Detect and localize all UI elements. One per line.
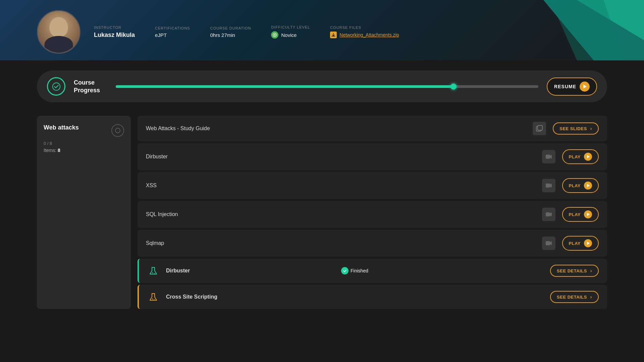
play-small-circle <box>584 182 592 190</box>
module-circle-icon <box>115 127 121 134</box>
instructor-group: INSTRUCTOR Lukasz Mikula <box>94 25 135 39</box>
lesson-name: Dirbuster <box>146 154 535 160</box>
main-content: Course Progress RESUME Web attacks <box>0 64 644 316</box>
slides-icon <box>533 122 546 135</box>
play-small-triangle <box>587 213 590 216</box>
module-title: Web attacks <box>44 124 79 131</box>
progress-track <box>116 85 538 88</box>
play-small-circle <box>584 239 592 247</box>
play-button[interactable]: PLAY <box>562 178 599 193</box>
certifications-value: eJPT <box>155 32 190 38</box>
finished-badge: Finished <box>341 267 368 274</box>
instructor-name: Lukasz Mikula <box>94 32 135 39</box>
progress-track-container[interactable] <box>116 85 538 88</box>
see-slides-button[interactable]: SEE SLIDES › <box>553 122 599 135</box>
video-camera-icon <box>545 183 552 188</box>
play-button[interactable]: PLAY <box>562 207 599 222</box>
duration-value: 0hrs 27min <box>210 32 251 38</box>
lesson-name: SQL Injection <box>146 211 535 217</box>
finished-check-icon <box>341 267 348 274</box>
play-label: PLAY <box>569 212 581 217</box>
progress-label: Course Progress <box>74 79 107 94</box>
svg-rect-15 <box>546 241 550 245</box>
certifications-group: CERTIFICATIONS eJPT <box>155 26 190 38</box>
lab-flask-icon <box>147 291 159 303</box>
play-small-circle <box>584 153 592 161</box>
course-file-link[interactable]: Networking_Attachments.zip <box>330 32 399 38</box>
play-button[interactable]: PLAY <box>562 149 599 164</box>
flask-icon <box>149 292 158 302</box>
play-label: PLAY <box>569 154 581 159</box>
see-details-button[interactable]: SEE DETAILS › <box>550 265 599 277</box>
module-card-header: Web attacks <box>44 124 124 137</box>
module-card: Web attacks 0 / 8 Items: 8 <box>37 116 131 309</box>
see-details-label: SEE DETAILS <box>557 295 587 300</box>
see-details-button[interactable]: SEE DETAILS › <box>550 291 599 303</box>
svg-point-5 <box>52 83 60 90</box>
content-grid: Web attacks 0 / 8 Items: 8 Web Attacks -… <box>37 116 607 309</box>
progress-icon <box>47 77 65 96</box>
files-label: COURSE FILES <box>330 25 399 30</box>
progress-title: Course <box>74 79 107 86</box>
lesson-row: SQL Injection PLAY <box>138 201 607 228</box>
play-label: PLAY <box>569 183 581 188</box>
svg-marker-16 <box>550 241 552 245</box>
progress-section: Course Progress RESUME <box>37 70 607 102</box>
lesson-row: Web Attacks - Study Guide SEE SLIDES › <box>138 116 607 141</box>
difficulty-value: Novice <box>281 32 297 38</box>
progress-dot <box>450 84 457 90</box>
lesson-name: Cross Site Scripting <box>166 294 352 300</box>
slides-copy-icon <box>536 125 543 132</box>
duration-group: COURSE DURATION 0hrs 27min <box>210 26 251 38</box>
svg-marker-14 <box>550 212 552 216</box>
svg-point-6 <box>115 128 120 133</box>
play-small-triangle <box>587 242 590 245</box>
chevron-icon: › <box>590 268 592 273</box>
svg-point-19 <box>154 273 155 274</box>
lesson-name: Web Attacks - Study Guide <box>146 125 526 132</box>
flask-icon <box>149 266 158 275</box>
resume-button[interactable]: RESUME <box>547 77 597 96</box>
play-button[interactable]: PLAY <box>562 236 599 251</box>
checkmark-icon <box>343 269 347 273</box>
play-label: PLAY <box>569 241 581 246</box>
video-camera-icon <box>545 212 552 217</box>
lesson-row: XSS PLAY <box>138 172 607 199</box>
lab-row-css: Cross Site Scripting SEE DETAILS › <box>138 285 607 309</box>
lessons-list: Web Attacks - Study Guide SEE SLIDES › D… <box>138 116 607 309</box>
module-items-count: Items: 8 <box>44 148 124 153</box>
progress-subtitle: Progress <box>74 87 107 94</box>
duration-label: COURSE DURATION <box>210 26 251 30</box>
svg-rect-13 <box>546 212 550 216</box>
lesson-name: Dirbuster <box>166 268 334 274</box>
lesson-name: XSS <box>146 183 535 189</box>
header: INSTRUCTOR Lukasz Mikula CERTIFICATIONS … <box>0 0 644 64</box>
svg-marker-12 <box>550 184 552 188</box>
svg-point-21 <box>152 299 153 300</box>
files-value: Networking_Attachments.zip <box>339 32 399 38</box>
check-circle-icon <box>52 82 61 91</box>
lesson-name: Sqlmap <box>146 240 535 246</box>
difficulty-icon <box>271 31 278 39</box>
avatar <box>37 10 80 54</box>
chevron-icon: › <box>590 294 592 300</box>
lesson-row: Sqlmap PLAY <box>138 230 607 257</box>
svg-rect-9 <box>546 155 550 159</box>
download-arrow-icon <box>331 33 335 37</box>
play-triangle <box>583 85 587 89</box>
svg-point-18 <box>152 272 153 273</box>
lesson-row: Dirbuster PLAY <box>138 143 607 170</box>
module-circle <box>111 124 124 137</box>
svg-rect-11 <box>546 184 550 188</box>
video-icon <box>542 179 555 192</box>
play-small-triangle <box>587 155 590 158</box>
difficulty-label: DIFFICULTY LEVEL <box>271 25 310 29</box>
novice-icon <box>272 33 277 37</box>
video-icon <box>542 237 555 250</box>
certifications-label: CERTIFICATIONS <box>155 26 190 30</box>
progress-fill <box>116 85 454 88</box>
files-group: COURSE FILES Networking_Attachments.zip <box>330 25 399 38</box>
header-info: INSTRUCTOR Lukasz Mikula CERTIFICATIONS … <box>94 25 399 39</box>
difficulty-badge: Novice <box>271 31 310 39</box>
lab-flask-icon <box>147 265 159 277</box>
